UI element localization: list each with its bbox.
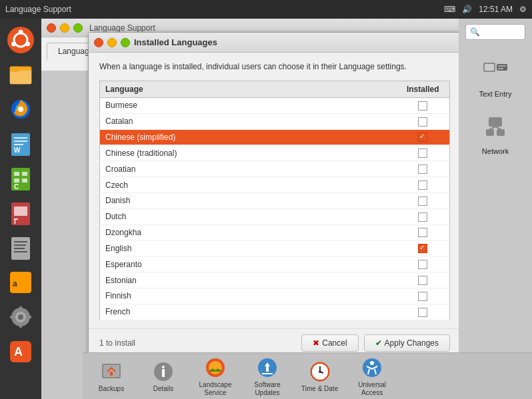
bottom-item-time-date[interactable]: Time & Date <box>296 357 343 396</box>
svg-point-2 <box>19 30 23 35</box>
language-installed-checkbox[interactable] <box>397 272 450 288</box>
bottom-item-backups[interactable]: Backups <box>88 357 135 396</box>
topbar-left: Language Support <box>5 5 71 14</box>
language-name: Dutch <box>100 208 397 224</box>
language-installed-checkbox[interactable] <box>397 113 450 129</box>
table-row[interactable]: Finnish <box>100 288 450 304</box>
language-installed-checkbox[interactable] <box>397 98 450 114</box>
language-name: Burmese <box>100 98 397 114</box>
sidebar-item-settings[interactable] <box>5 301 37 333</box>
sidebar-item-calc[interactable]: C <box>5 163 37 195</box>
sidebar-item-amazon[interactable]: a <box>5 266 37 298</box>
svg-rect-37 <box>19 324 22 328</box>
sidebar-item-impress[interactable]: I <box>5 197 37 229</box>
language-installed-checkbox[interactable] <box>397 193 450 208</box>
window-min-btn[interactable] <box>60 23 69 33</box>
svg-text:C: C <box>14 183 19 191</box>
table-row[interactable]: French <box>100 304 450 320</box>
time-date-label: Time & Date <box>301 385 338 393</box>
table-row[interactable]: Burmese <box>100 98 450 114</box>
bottom-item-details[interactable]: Details <box>140 357 187 396</box>
checkbox-indicator[interactable] <box>418 244 427 253</box>
checkbox-indicator[interactable] <box>418 197 427 206</box>
table-row[interactable]: Catalan <box>100 113 450 129</box>
sidebar-item-files[interactable] <box>5 59 37 91</box>
table-row[interactable]: Estonian <box>100 272 450 288</box>
checkbox-indicator[interactable] <box>418 228 427 237</box>
svg-rect-36 <box>19 306 22 310</box>
table-row[interactable]: Dzongkha <box>100 224 450 240</box>
search-bar[interactable]: 🔍 <box>465 24 525 40</box>
sidebar-item-software[interactable]: A <box>5 336 37 368</box>
checkbox-indicator[interactable] <box>418 117 427 127</box>
dialog-titlebar: Installed Languages <box>89 33 461 53</box>
language-installed-checkbox[interactable] <box>397 208 450 224</box>
checkbox-indicator[interactable] <box>418 165 427 174</box>
topbar: Language Support ⌨ 🔊 12:51 AM ⚙ <box>0 0 532 19</box>
table-row[interactable]: Esperanto <box>100 256 450 272</box>
language-name: Finnish <box>100 288 397 304</box>
landscape-label: LandscapeService <box>199 381 232 397</box>
table-row[interactable]: Chinese (simplified) <box>100 129 450 145</box>
language-installed-checkbox[interactable] <box>397 240 450 256</box>
dialog-max-btn[interactable] <box>121 38 130 47</box>
sidebar: W C I <box>0 19 41 399</box>
panel-item-network[interactable]: Network <box>465 108 525 160</box>
checkbox-indicator[interactable] <box>418 149 427 158</box>
dialog-close-btn[interactable] <box>94 38 103 47</box>
topbar-time: 12:51 AM <box>479 5 513 14</box>
language-name: French <box>100 304 397 320</box>
network-label: Network <box>482 147 509 156</box>
apply-label: Apply Changes <box>385 338 439 348</box>
window-max-btn[interactable] <box>73 23 83 33</box>
sidebar-item-texteditor[interactable] <box>5 232 37 264</box>
svg-rect-49 <box>497 129 505 136</box>
checkbox-indicator[interactable] <box>418 101 427 111</box>
right-panel: 🔍 Text Entry <box>459 19 532 399</box>
sidebar-item-writer[interactable]: W <box>5 128 37 160</box>
table-row[interactable]: Croatian <box>100 161 450 177</box>
cancel-button[interactable]: ✖ Cancel <box>301 334 358 352</box>
language-installed-checkbox[interactable] <box>397 129 450 145</box>
language-installed-checkbox[interactable] <box>397 177 450 193</box>
language-name: English <box>100 240 397 256</box>
checkbox-indicator[interactable] <box>418 260 427 269</box>
dialog-min-btn[interactable] <box>107 38 117 47</box>
settings-icon[interactable]: ⚙ <box>519 5 527 14</box>
search-icon: 🔍 <box>470 27 480 37</box>
table-row[interactable]: Dutch <box>100 208 450 224</box>
bottom-item-landscape[interactable]: LandscapeService <box>192 353 239 400</box>
bottom-item-universal-access[interactable]: UniversalAccess <box>349 353 395 400</box>
language-installed-checkbox[interactable] <box>397 224 450 240</box>
checkbox-indicator[interactable] <box>418 308 427 317</box>
bottom-item-software-updates[interactable]: SoftwareUpdates <box>244 353 291 400</box>
checkbox-indicator[interactable] <box>418 181 427 190</box>
cancel-label: Cancel <box>322 338 347 348</box>
language-installed-checkbox[interactable] <box>397 256 450 272</box>
sidebar-item-ubuntu[interactable] <box>5 24 37 56</box>
dialog-description: When a language is installed, individual… <box>99 61 450 73</box>
svg-text:W: W <box>14 147 21 154</box>
language-installed-checkbox[interactable] <box>397 145 450 161</box>
sidebar-item-firefox[interactable] <box>5 93 37 125</box>
language-installed-checkbox[interactable] <box>397 161 450 177</box>
checkbox-indicator[interactable] <box>418 212 427 222</box>
checkbox-indicator[interactable] <box>418 292 427 301</box>
svg-rect-18 <box>22 172 27 176</box>
language-installed-checkbox[interactable] <box>397 304 450 320</box>
topbar-title: Language Support <box>5 5 71 14</box>
table-row[interactable]: Czech <box>100 177 450 193</box>
table-row[interactable]: Chinese (traditional) <box>100 145 450 161</box>
window-close-btn[interactable] <box>47 23 56 33</box>
table-row[interactable]: Danish <box>100 193 450 208</box>
svg-text:I: I <box>14 218 16 225</box>
panel-item-text-entry[interactable]: Text Entry <box>465 51 525 103</box>
checkbox-indicator[interactable] <box>418 276 427 285</box>
col-language-header: Language <box>100 81 397 98</box>
apply-button[interactable]: ✔ Apply Changes <box>364 334 450 352</box>
apply-icon: ✔ <box>375 338 382 348</box>
svg-rect-29 <box>14 248 25 249</box>
table-row[interactable]: English <box>100 240 450 256</box>
language-installed-checkbox[interactable] <box>397 288 450 304</box>
checkbox-indicator[interactable] <box>418 133 427 142</box>
